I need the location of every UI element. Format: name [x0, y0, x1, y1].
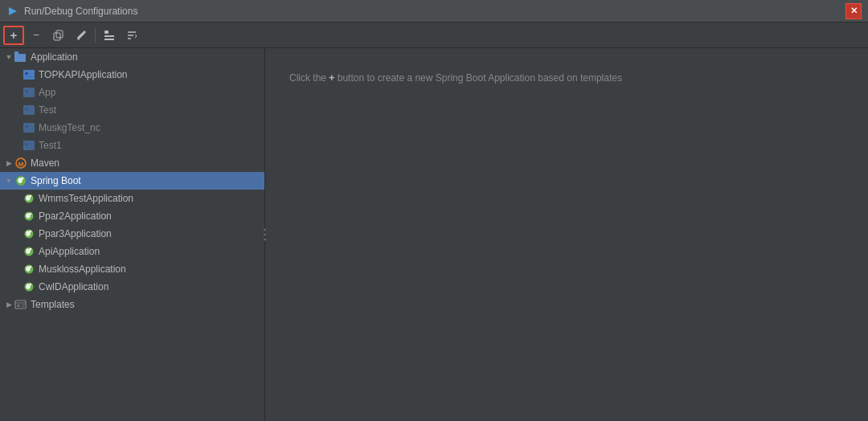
svg-rect-43 [22, 306, 24, 307]
arrow-templates: ▶ [3, 300, 14, 309]
panel-resize-handle[interactable] [264, 229, 266, 241]
close-button[interactable]: ✕ [845, 3, 862, 19]
templates-label: Templates [31, 299, 75, 310]
tree-item-muskloss[interactable]: MusklossApplication [0, 260, 264, 278]
springboot-label: Spring Boot [31, 175, 81, 186]
arrow-springboot: ▼ [3, 177, 14, 185]
content-area: ▼ Application TOP [0, 48, 868, 421]
toolbar: + − [0, 22, 868, 48]
tree-section-springboot[interactable]: ▼ Spring Boot [0, 172, 264, 190]
svg-rect-6 [104, 39, 114, 40]
tree-section-templates[interactable]: ▶ Templates [0, 296, 264, 313]
wmms-icon [23, 192, 35, 205]
tree-item-topkapi[interactable]: TOPKAPIApplication [0, 66, 264, 84]
maven-label: Maven [31, 157, 59, 169]
move-up-button[interactable] [99, 26, 120, 45]
tree-section-maven[interactable]: ▶ M Maven [0, 154, 264, 172]
hint-plus-symbol: + [329, 72, 337, 84]
svg-rect-1 [54, 33, 60, 40]
cwld-label: CwlDApplication [39, 281, 108, 292]
wmms-label: WmmsTestApplication [39, 193, 133, 204]
cwld-icon [23, 280, 35, 293]
svg-point-28 [30, 195, 31, 197]
svg-rect-5 [104, 35, 114, 37]
tree-item-muskgtest[interactable]: MuskgTest_nc [0, 119, 264, 137]
tree-item-wmms[interactable]: WmmsTestApplication [0, 190, 264, 207]
svg-text:M: M [18, 161, 24, 168]
svg-rect-41 [17, 305, 20, 307]
application-label: Application [31, 51, 78, 63]
ppar3-icon [23, 227, 35, 240]
ppar3-label: Ppar3Application [39, 228, 112, 239]
tree-item-cwld[interactable]: CwlDApplication [0, 278, 264, 296]
tree-item-ppar2[interactable]: Ppar2Application [0, 207, 264, 225]
templates-icon [14, 298, 27, 311]
tree-item-ppar3[interactable]: Ppar3Application [0, 225, 264, 243]
svg-rect-22 [25, 143, 28, 145]
copy-button[interactable] [48, 26, 69, 45]
svg-rect-14 [25, 76, 33, 77]
topkapi-icon [23, 68, 35, 81]
muskloss-label: MusklossApplication [39, 264, 126, 275]
tree-item-app[interactable]: App [0, 84, 264, 101]
main-container: + − [0, 22, 868, 421]
hint-text: Click the + button to create a new Sprin… [289, 72, 622, 84]
svg-point-34 [30, 248, 31, 250]
sort-button[interactable] [121, 26, 142, 45]
svg-rect-42 [22, 305, 25, 305]
right-panel: Click the + button to create a new Sprin… [265, 48, 868, 421]
muskgtest-label: MuskgTest_nc [39, 122, 100, 133]
svg-rect-16 [25, 90, 28, 92]
svg-rect-13 [25, 72, 28, 75]
app-icon [23, 86, 35, 99]
muskgtest-icon [23, 121, 35, 134]
ppar2-icon [23, 210, 35, 223]
svg-rect-10 [14, 54, 26, 62]
application-icon [14, 51, 27, 63]
arrow-application: ▼ [3, 53, 14, 61]
arrow-maven: ▶ [3, 159, 14, 167]
tree-section-application[interactable]: ▼ Application [0, 48, 264, 66]
svg-rect-2 [56, 31, 63, 38]
test1-label: Test1 [39, 140, 62, 151]
test-icon [23, 104, 35, 116]
svg-point-32 [30, 231, 31, 232]
svg-rect-20 [25, 125, 28, 128]
springboot-icon [14, 174, 27, 187]
svg-rect-4 [104, 31, 108, 34]
remove-button[interactable]: − [26, 26, 47, 45]
app-label: App [39, 87, 55, 98]
title-bar-app-icon [6, 5, 19, 18]
title-bar-title: Run/Debug Configurations [24, 6, 845, 17]
svg-marker-0 [9, 7, 17, 15]
ppar2-label: Ppar2Application [39, 210, 112, 222]
edit-button[interactable] [71, 26, 92, 45]
add-button[interactable]: + [3, 26, 24, 45]
tree-item-api[interactable]: ApiApplication [0, 243, 264, 260]
svg-point-36 [30, 266, 31, 268]
svg-rect-18 [25, 108, 28, 110]
muskloss-icon [23, 263, 35, 276]
left-panel: ▼ Application TOP [0, 48, 265, 421]
test-label: Test [39, 104, 56, 116]
api-icon [23, 245, 35, 258]
tree-item-test[interactable]: Test [0, 101, 264, 119]
svg-rect-11 [14, 51, 18, 55]
title-bar: Run/Debug Configurations ✕ [0, 0, 868, 22]
maven-icon: M [14, 157, 27, 170]
api-label: ApiApplication [39, 246, 100, 257]
svg-point-26 [22, 178, 24, 180]
test1-icon [23, 139, 35, 152]
toolbar-separator-1 [95, 28, 96, 43]
svg-point-30 [30, 213, 31, 215]
topkapi-label: TOPKAPIApplication [39, 69, 128, 80]
svg-point-38 [30, 284, 31, 285]
tree-item-test1[interactable]: Test1 [0, 137, 264, 154]
